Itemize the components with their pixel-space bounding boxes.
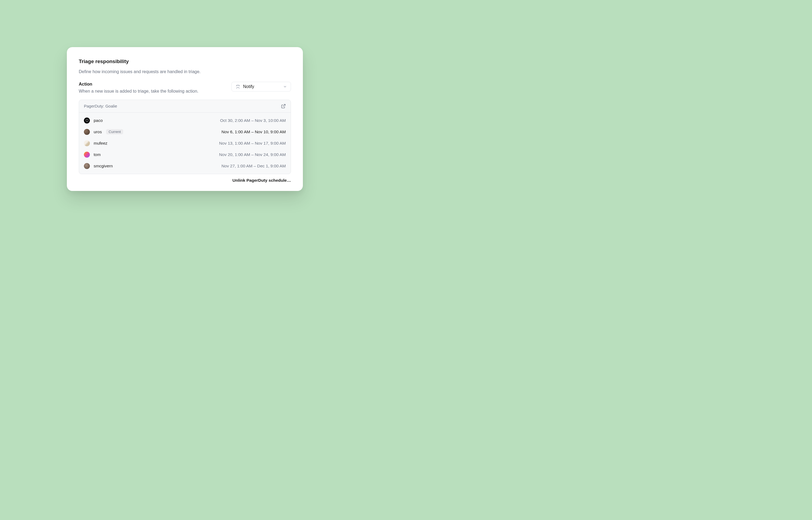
unlink-schedule-button[interactable]: Unlink PagerDuty schedule…: [79, 178, 291, 183]
action-heading: Action: [79, 82, 231, 87]
notify-icon: [235, 84, 240, 89]
schedule-header: PagerDuty: Goalie: [79, 100, 291, 113]
schedule-user-name: mufeez: [94, 141, 108, 146]
schedule-user-name: paco: [94, 118, 103, 123]
schedule-timerange: Nov 20, 1:00 AM – Nov 24, 9:00 AM: [219, 152, 286, 157]
schedule-timerange: Nov 27, 1:00 AM – Dec 1, 9:00 AM: [221, 163, 286, 168]
svg-line-0: [283, 104, 285, 106]
schedule-row: urosCurrentNov 6, 1:00 AM – Nov 10, 9:00…: [79, 126, 291, 137]
schedule-row: tomNov 20, 1:00 AM – Nov 24, 9:00 AM: [79, 149, 291, 160]
avatar: [84, 129, 90, 135]
current-badge: Current: [106, 129, 123, 134]
schedule-row: mufeezNov 13, 1:00 AM – Nov 17, 9:00 AM: [79, 137, 291, 149]
schedule-user-name: tom: [94, 152, 101, 157]
action-text: Action When a new issue is added to tria…: [79, 82, 231, 94]
schedule-timerange: Nov 13, 1:00 AM – Nov 17, 9:00 AM: [219, 141, 286, 146]
settings-card: Triage responsibility Define how incomin…: [67, 47, 303, 191]
chevron-down-icon: [283, 85, 287, 88]
avatar: [84, 152, 90, 158]
avatar: [84, 163, 90, 169]
avatar: [84, 118, 90, 124]
schedule-list: pacoOct 30, 2:00 AM – Nov 3, 10:00 AMuro…: [79, 113, 291, 174]
schedule-timerange: Nov 6, 1:00 AM – Nov 10, 9:00 AM: [221, 129, 286, 134]
schedule-title: PagerDuty: Goalie: [84, 104, 117, 108]
schedule-timerange: Oct 30, 2:00 AM – Nov 3, 10:00 AM: [220, 118, 286, 123]
page-title: Triage responsibility: [79, 58, 291, 64]
schedule-box: PagerDuty: Goalie pacoOct 30, 2:00 AM – …: [79, 100, 291, 174]
external-link-icon[interactable]: [281, 104, 286, 109]
action-row: Action When a new issue is added to tria…: [79, 82, 291, 94]
action-select-label: Notify: [243, 84, 280, 89]
page-subtitle: Define how incoming issues and requests …: [79, 69, 291, 74]
schedule-row: smcgivernNov 27, 1:00 AM – Dec 1, 9:00 A…: [79, 160, 291, 172]
action-select[interactable]: Notify: [231, 82, 291, 92]
schedule-row: pacoOct 30, 2:00 AM – Nov 3, 10:00 AM: [79, 115, 291, 126]
action-description: When a new issue is added to triage, tak…: [79, 89, 231, 94]
avatar: [84, 140, 90, 146]
schedule-user-name: uros: [94, 129, 102, 134]
schedule-user-name: smcgivern: [94, 163, 113, 168]
